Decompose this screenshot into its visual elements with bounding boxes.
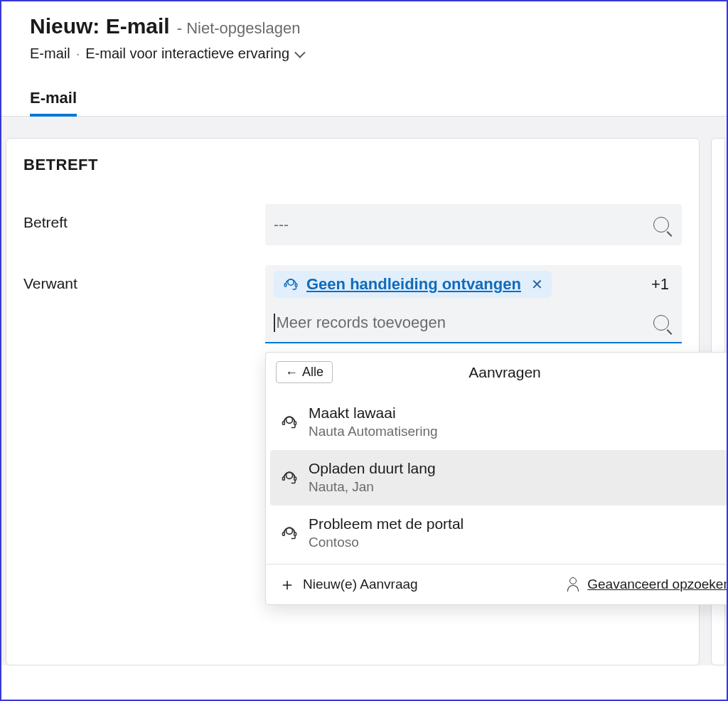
related-record-pill[interactable]: Geen handleiding ontvangen ✕ [274, 271, 552, 298]
lookup-result-item[interactable]: Probleem met de portal Contoso [270, 505, 728, 561]
arrow-left-icon: ← [285, 366, 298, 379]
text-cursor [274, 314, 275, 332]
item-title: Opladen duurt lang [309, 459, 436, 478]
tab-email[interactable]: E-mail [30, 83, 77, 116]
item-title: Probleem met de portal [309, 514, 464, 533]
dropdown-title: Aanvragen [469, 364, 541, 381]
item-subtitle: Nauta Automatisering [309, 422, 438, 442]
dropdown-header: ← Alle Aanvragen [266, 353, 728, 392]
chevron-down-icon [294, 47, 306, 58]
unsaved-status: - Niet-opgeslagen [177, 19, 301, 38]
search-icon [653, 217, 669, 232]
verwant-add-more[interactable] [265, 304, 682, 343]
advanced-lookup-label: Geavanceerd opzoeken [587, 577, 728, 592]
case-icon [282, 276, 299, 293]
form-header: Nieuw: E-mail - Niet-opgeslagen E-mail ·… [1, 1, 727, 62]
field-row-verwant: Verwant Geen handleiding ontvangen ✕ +1 [23, 265, 682, 343]
separator-dot: · [76, 46, 80, 62]
field-label-verwant: Verwant [23, 265, 265, 292]
case-icon [280, 524, 299, 542]
verwant-control: Geen handleiding ontvangen ✕ +1 ← Al [265, 265, 682, 343]
person-search-icon [566, 577, 580, 592]
more-records-count[interactable]: +1 [651, 275, 673, 294]
back-label: Alle [302, 365, 323, 380]
item-subtitle: Nauta, Jan [309, 478, 436, 497]
new-record-label: Nieuw(e) Aanvraag [303, 577, 418, 592]
form-selector-label: E-mail voor interactieve ervaring [85, 46, 289, 62]
dropdown-footer: ＋ Nieuw(e) Aanvraag Geavanceerd opzoeken [266, 564, 728, 604]
item-title: Maakt lawaai [309, 403, 438, 422]
section-title: BETREFT [23, 156, 682, 174]
lookup-result-item[interactable]: Maakt lawaai Nauta Automatisering [270, 395, 728, 450]
betreft-lookup[interactable]: --- [265, 204, 682, 245]
dropdown-list: Maakt lawaai Nauta Automatisering Oplade… [266, 392, 728, 564]
content-area: BETREFT Betreft --- Verwant Geen handl [1, 117, 727, 665]
lookup-dropdown: ← Alle Aanvragen Maakt lawaai Na [265, 352, 728, 605]
advanced-lookup-button[interactable]: Geavanceerd opzoeken [566, 576, 728, 593]
case-icon [280, 469, 299, 487]
section-betreft: BETREFT Betreft --- Verwant Geen handl [6, 138, 700, 665]
back-all-button[interactable]: ← Alle [276, 361, 333, 383]
search-icon [653, 315, 669, 331]
form-selector-dropdown[interactable]: E-mail voor interactieve ervaring [85, 46, 303, 62]
page-title: Nieuw: E-mail [30, 14, 170, 38]
field-label-betreft: Betreft [23, 204, 265, 231]
form-tabs: E-mail [1, 83, 727, 117]
verwant-pills-row: Geen handleiding ontvangen ✕ +1 [265, 265, 682, 304]
case-icon [280, 413, 299, 432]
item-subtitle: Contoso [309, 533, 464, 552]
entity-label: E-mail [30, 46, 70, 62]
pill-text: Geen handleiding ontvangen [306, 275, 521, 294]
betreft-placeholder: --- [274, 216, 653, 233]
field-row-betreft: Betreft --- [23, 204, 682, 245]
plus-icon: ＋ [279, 576, 296, 593]
remove-pill-button[interactable]: ✕ [528, 276, 543, 293]
add-more-input[interactable] [277, 314, 654, 332]
lookup-result-item[interactable]: Opladen duurt lang Nauta, Jan [270, 450, 728, 505]
new-record-button[interactable]: ＋ Nieuw(e) Aanvraag [279, 576, 418, 593]
